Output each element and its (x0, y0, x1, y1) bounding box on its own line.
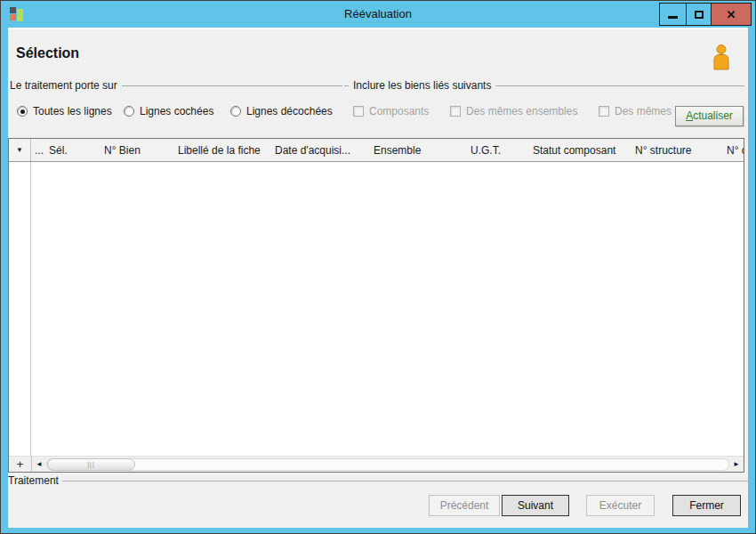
column-header[interactable]: Date d'acquisi... (271, 139, 370, 161)
dialog-window: Réévaluation ✕ Sélection Le traitement p… (0, 0, 756, 534)
treatment-group-label: Le traitement porte sur (10, 79, 117, 92)
close-icon: ✕ (727, 8, 736, 21)
divider (62, 481, 748, 481)
actualiser-label-rest: ctualiser (693, 109, 733, 122)
radio-toutes-les-lignes[interactable]: Toutes les lignes (17, 105, 112, 117)
precedent-button[interactable]: Précédent (429, 495, 500, 516)
chevron-down-icon: ▼ (16, 146, 23, 154)
add-button[interactable]: + (9, 457, 32, 472)
include-group-label: Inclure les biens liés suivants (353, 79, 491, 92)
grid-hscrollbar: + ◄ ||| ► (9, 456, 744, 472)
column-header[interactable]: Ensemble (370, 139, 467, 161)
executer-button[interactable]: Exécuter (586, 495, 655, 516)
window-title: Réévaluation (1, 1, 755, 28)
minimize-icon (668, 16, 678, 19)
hscroll-thumb[interactable]: ||| (47, 458, 135, 471)
column-header[interactable]: N° Bien (101, 139, 174, 161)
radio-icon (124, 106, 134, 117)
maximize-button[interactable] (686, 3, 712, 26)
radio-lignes-cochees[interactable]: Lignes cochées (124, 105, 213, 117)
grid-row-gutter (9, 162, 31, 456)
column-header[interactable]: Libellé de la fiche (174, 139, 271, 161)
grid-body-empty (32, 162, 744, 456)
divider (122, 85, 342, 86)
checkbox-des-memes-ensembles[interactable]: Des mêmes ensembles (450, 105, 577, 117)
hscroll-left-button[interactable]: ◄ (32, 457, 46, 472)
checkbox-composants[interactable]: Composants (353, 105, 429, 117)
suivant-button[interactable]: Suivant (502, 495, 569, 516)
dialog-content: Sélection Le traitement porte sur Toutes… (8, 28, 748, 528)
checkbox-label: Des mêmes ensembles (466, 105, 577, 117)
minimize-button[interactable] (659, 3, 687, 26)
radio-label: Lignes décochées (246, 105, 333, 117)
close-button[interactable]: ✕ (711, 3, 752, 26)
column-header[interactable]: N° structure (631, 139, 723, 161)
checkbox-icon (599, 106, 609, 117)
maximize-icon (695, 11, 704, 19)
divider (495, 85, 744, 86)
actualiser-button[interactable]: Actualiser (675, 106, 744, 126)
traitement-groupbox-header: Traitement (8, 474, 748, 487)
divider (344, 85, 349, 86)
column-header[interactable]: N° c (723, 139, 744, 161)
person-icon (711, 44, 732, 70)
column-header[interactable]: Statut composant (529, 139, 631, 161)
radio-label: Toutes les lignes (33, 105, 112, 117)
radio-icon (230, 106, 241, 117)
page-title: Sélection (16, 45, 79, 61)
fermer-button[interactable]: Fermer (672, 495, 741, 516)
grip-icon: ||| (87, 461, 94, 467)
checkbox-icon (450, 106, 461, 117)
hscroll-right-button[interactable]: ► (729, 457, 744, 472)
radio-checked-dot (20, 109, 25, 114)
radio-lignes-decochees[interactable]: Lignes décochées (230, 105, 333, 117)
column-header[interactable]: U.G.T. (467, 139, 529, 161)
column-header[interactable]: Sél. (45, 139, 101, 161)
window-controls: ✕ (660, 3, 752, 26)
column-header[interactable]: ... (31, 139, 45, 161)
assets-grid: ▼ ... Sél. N° Bien Libellé de la fiche D… (8, 138, 744, 473)
actualiser-mnemonic: A (686, 109, 693, 122)
titlebar: Réévaluation ✕ (1, 1, 755, 28)
radio-label: Lignes cochées (140, 105, 213, 117)
include-groupbox-header: Inclure les biens liés suivants (344, 79, 744, 92)
grid-dropdown-button[interactable]: ▼ (9, 139, 31, 161)
radio-icon (17, 106, 28, 117)
hscroll-track[interactable]: ||| (46, 458, 729, 471)
checkbox-icon (353, 106, 364, 117)
treatment-groupbox-header: Le traitement porte sur (10, 79, 342, 92)
checkbox-label: Composants (369, 105, 429, 117)
traitement-group-label: Traitement (8, 474, 59, 487)
grid-header-row: ▼ ... Sél. N° Bien Libellé de la fiche D… (9, 139, 744, 162)
